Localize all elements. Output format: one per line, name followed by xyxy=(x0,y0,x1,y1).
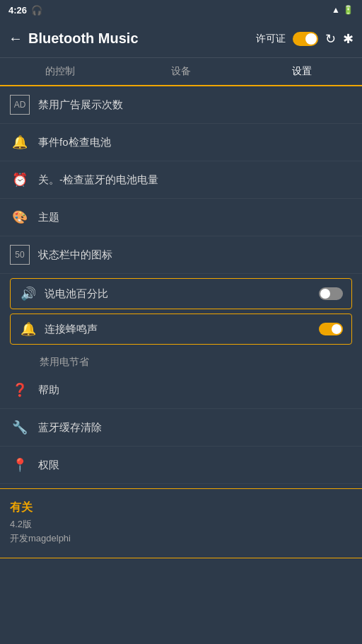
theme-icon: 🎨 xyxy=(10,207,30,227)
battery-percent-toggle[interactable] xyxy=(319,287,343,300)
tab-devices[interactable]: 设备 xyxy=(121,58,242,85)
battery-icon: 🔋 xyxy=(343,5,354,15)
battery-percent-label: 说电池百分比 xyxy=(45,287,312,301)
toggle-knob xyxy=(320,289,330,299)
toggle-knob xyxy=(332,324,341,334)
event-label: 事件fo检查电池 xyxy=(38,136,352,149)
bottom-divider xyxy=(0,558,362,558)
connect-beep-row[interactable]: 🔔 连接蜂鸣声 xyxy=(10,314,352,345)
back-button[interactable]: ← xyxy=(8,30,23,47)
status-right: ▲ 🔋 xyxy=(332,5,354,15)
headphone-icon: 🎧 xyxy=(31,5,42,16)
header: ← Bluetooth Music 许可证 ↻ ✱ xyxy=(0,20,362,58)
about-divider xyxy=(0,488,362,489)
header-actions: 许可证 ↻ ✱ xyxy=(256,31,354,47)
wrench-icon: 🔧 xyxy=(10,418,30,437)
ads-icon: AD xyxy=(10,95,30,115)
tab-settings[interactable]: 设置 xyxy=(241,58,362,85)
permission-label: 许可证 xyxy=(256,33,286,45)
bell-icon: 🔔 xyxy=(19,321,37,337)
location-icon: 📍 xyxy=(10,455,30,475)
speaker-icon: 🔊 xyxy=(19,286,37,301)
statusbar-label: 状态栏中的图标 xyxy=(38,248,352,262)
setting-ads[interactable]: AD 禁用广告展示次数 xyxy=(0,86,362,124)
refresh-icon[interactable]: ↻ xyxy=(325,31,336,47)
event-icon: 🔔 xyxy=(10,132,30,152)
setting-help[interactable]: ❓ 帮助 xyxy=(0,372,362,409)
bluetooth-header-icon[interactable]: ✱ xyxy=(343,31,354,47)
toggle-knob xyxy=(305,33,317,45)
tab-bar: 的控制 设备 设置 xyxy=(0,58,362,86)
signal-icon: ▲ xyxy=(332,5,340,15)
about-developer: 开发magdelphi xyxy=(10,532,352,545)
settings-content: AD 禁用广告展示次数 🔔 事件fo检查电池 ⏰ 关。-检查蓝牙的电池电量 🎨 … xyxy=(0,86,362,644)
help-icon: ❓ xyxy=(10,380,30,400)
statusbar-icon: 50 xyxy=(10,245,30,265)
about-section: 有关 4.2版 开发magdelphi xyxy=(0,493,362,553)
clock-icon: ⏰ xyxy=(10,170,30,190)
tab-controls[interactable]: 的控制 xyxy=(0,58,121,85)
battery-check-label: 关。-检查蓝牙的电池电量 xyxy=(38,173,352,187)
status-bar: 4:26 🎧 ▲ 🔋 xyxy=(0,0,362,20)
ads-label: 禁用广告展示次数 xyxy=(38,98,352,112)
power-save-section: 禁用电节省 xyxy=(0,349,362,372)
permission-toggle[interactable] xyxy=(293,32,318,46)
about-title: 有关 xyxy=(10,500,352,515)
permissions-label: 权限 xyxy=(38,459,352,472)
setting-event[interactable]: 🔔 事件fo检查电池 xyxy=(0,124,362,161)
connect-beep-toggle[interactable] xyxy=(319,323,343,335)
connect-beep-label: 连接蜂鸣声 xyxy=(45,323,312,336)
setting-permissions[interactable]: 📍 权限 xyxy=(0,447,362,484)
help-label: 帮助 xyxy=(38,384,352,397)
status-left: 4:26 🎧 xyxy=(8,5,42,16)
status-time: 4:26 xyxy=(8,5,27,16)
power-save-label: 禁用电节省 xyxy=(40,356,89,367)
battery-percent-row[interactable]: 🔊 说电池百分比 xyxy=(10,278,352,309)
clear-cache-label: 蓝牙缓存清除 xyxy=(38,421,352,435)
setting-theme[interactable]: 🎨 主题 xyxy=(0,199,362,236)
setting-check-battery[interactable]: ⏰ 关。-检查蓝牙的电池电量 xyxy=(0,161,362,199)
setting-clear-cache[interactable]: 🔧 蓝牙缓存清除 xyxy=(0,409,362,447)
header-title: Bluetooth Music xyxy=(28,30,256,47)
about-version: 4.2版 xyxy=(10,518,352,531)
setting-statusbar[interactable]: 50 状态栏中的图标 xyxy=(0,236,362,274)
theme-label: 主题 xyxy=(38,211,352,224)
